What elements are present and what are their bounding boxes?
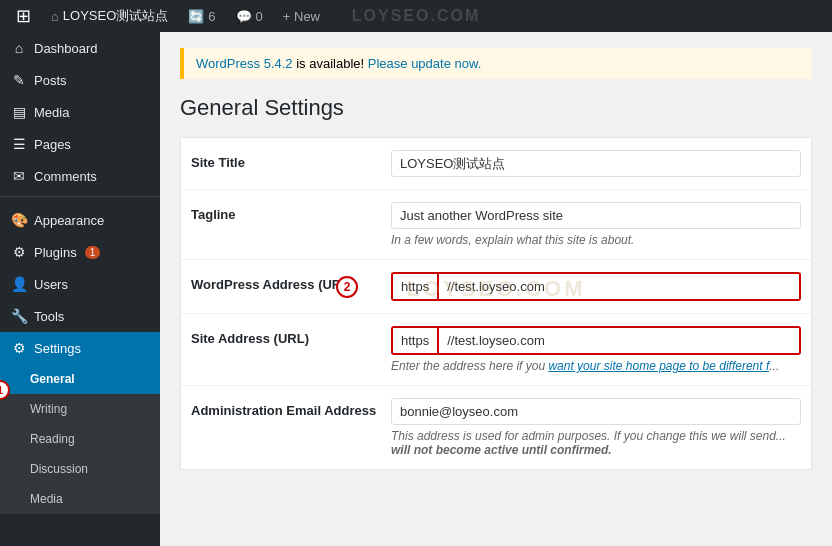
wp-url-wrapper: https — [391, 272, 801, 301]
site-title-field — [391, 150, 801, 177]
reading-label: Reading — [30, 432, 75, 446]
sidebar-item-settings[interactable]: ⚙ Settings — [0, 332, 160, 364]
update-now-link[interactable]: Please update now. — [368, 56, 481, 71]
settings-icon: ⚙ — [10, 340, 28, 356]
dashboard-icon: ⌂ — [10, 40, 28, 56]
site-url-input[interactable] — [439, 328, 799, 353]
update-notice-text: is available! — [296, 56, 368, 71]
sidebar-item-settings-label: Settings — [34, 341, 81, 356]
sidebar-item-appearance-label: Appearance — [34, 213, 104, 228]
media-settings-label: Media — [30, 492, 63, 506]
wp-logo-button[interactable]: ⊞ — [8, 0, 39, 32]
sidebar-item-media-settings[interactable]: Media — [0, 484, 160, 514]
posts-icon: ✎ — [10, 72, 28, 88]
site-address-row: Site Address (URL) https Enter the addre… — [181, 314, 811, 386]
sidebar-item-reading[interactable]: Reading — [0, 424, 160, 454]
tools-icon: 🔧 — [10, 308, 28, 324]
tagline-description: In a few words, explain what this site i… — [391, 233, 801, 247]
sidebar-item-discussion[interactable]: Discussion — [0, 454, 160, 484]
admin-email-row: Administration Email Address This addres… — [181, 386, 811, 469]
sidebar-item-posts[interactable]: ✎ Posts — [0, 64, 160, 96]
comments-count: 0 — [256, 9, 263, 24]
writing-label: Writing — [30, 402, 67, 416]
site-address-label: Site Address (URL) — [191, 326, 391, 346]
tagline-row: Tagline In a few words, explain what thi… — [181, 190, 811, 260]
media-icon: ▤ — [10, 104, 28, 120]
sidebar-item-tools-label: Tools — [34, 309, 64, 324]
sidebar-item-media-label: Media — [34, 105, 69, 120]
sidebar-item-writing[interactable]: Writing — [0, 394, 160, 424]
comments-icon: ✉ — [10, 168, 28, 184]
updates-count: 6 — [208, 9, 215, 24]
site-url-wrapper: https — [391, 326, 801, 355]
update-notice: WordPress 5.4.2 is available! Please upd… — [180, 48, 812, 79]
site-name-label: LOYSEO测试站点 — [63, 7, 168, 25]
sidebar-item-pages-label: Pages — [34, 137, 71, 152]
watermark-label: LOYSEO.COM — [352, 7, 480, 25]
new-content-button[interactable]: + New — [275, 0, 328, 32]
settings-form: Site Title Tagline In a few words, expla… — [180, 137, 812, 470]
site-name-button[interactable]: ⌂ LOYSEO测试站点 — [43, 0, 176, 32]
settings-submenu: General 1 Writing Reading Discussion Med… — [0, 364, 160, 514]
wp-url-scheme: https — [393, 274, 439, 299]
update-version-link[interactable]: WordPress 5.4.2 — [196, 56, 293, 71]
comments-button[interactable]: 💬 0 — [228, 0, 271, 32]
tagline-field: In a few words, explain what this site i… — [391, 202, 801, 247]
site-title-row: Site Title — [181, 138, 811, 190]
badge-2-label: 2 — [336, 276, 358, 298]
tagline-input[interactable] — [391, 202, 801, 229]
discussion-label: Discussion — [30, 462, 88, 476]
admin-email-input[interactable] — [391, 398, 801, 425]
sidebar-item-comments-label: Comments — [34, 169, 97, 184]
admin-email-description: This address is used for admin purposes.… — [391, 429, 801, 457]
updates-icon: 🔄 — [188, 9, 204, 24]
pages-icon: ☰ — [10, 136, 28, 152]
sidebar: ⌂ Dashboard ✎ Posts ▤ Media ☰ Pages ✉ Co… — [0, 32, 160, 546]
sidebar-item-posts-label: Posts — [34, 73, 67, 88]
site-address-link[interactable]: want your site home page to be different… — [548, 359, 769, 373]
admin-email-label: Administration Email Address — [191, 398, 391, 418]
wp-address-label: WordPress Address (URL) — [191, 272, 391, 292]
users-icon: 👤 — [10, 276, 28, 292]
site-address-field: https Enter the address here if you want… — [391, 326, 801, 373]
wp-logo-icon: ⊞ — [16, 5, 31, 27]
general-label: General — [30, 372, 75, 386]
site-address-description: Enter the address here if you want your … — [391, 359, 801, 373]
sidebar-item-users[interactable]: 👤 Users — [0, 268, 160, 300]
admin-email-note: will not become active until confirmed. — [391, 443, 612, 457]
sidebar-item-users-label: Users — [34, 277, 68, 292]
admin-bar: ⊞ ⌂ LOYSEO测试站点 🔄 6 💬 0 + New LOYSEO.COM — [0, 0, 832, 32]
admin-email-field: This address is used for admin purposes.… — [391, 398, 801, 457]
wp-address-row: WordPress Address (URL) https 2 — [181, 260, 811, 314]
site-url-scheme: https — [393, 328, 439, 353]
sidebar-item-pages[interactable]: ☰ Pages — [0, 128, 160, 160]
comments-icon: 💬 — [236, 9, 252, 24]
wp-address-field: https 2 — [391, 272, 801, 301]
new-content-label: + New — [283, 9, 320, 24]
home-icon: ⌂ — [51, 9, 59, 24]
main-content: LOYSEO.COM WordPress 5.4.2 is available!… — [160, 32, 832, 546]
sidebar-item-general[interactable]: General 1 — [0, 364, 160, 394]
page-title: General Settings — [180, 95, 812, 121]
sidebar-item-plugins[interactable]: ⚙ Plugins 1 — [0, 236, 160, 268]
site-title-label: Site Title — [191, 150, 391, 170]
tagline-label: Tagline — [191, 202, 391, 222]
updates-button[interactable]: 🔄 6 — [180, 0, 223, 32]
main-layout: ⌂ Dashboard ✎ Posts ▤ Media ☰ Pages ✉ Co… — [0, 32, 832, 546]
sidebar-item-plugins-label: Plugins — [34, 245, 77, 260]
sidebar-item-appearance[interactable]: 🎨 Appearance — [0, 204, 160, 236]
wp-url-input[interactable] — [439, 274, 799, 299]
plugins-icon: ⚙ — [10, 244, 28, 260]
sidebar-item-media[interactable]: ▤ Media — [0, 96, 160, 128]
site-title-input[interactable] — [391, 150, 801, 177]
appearance-icon: 🎨 — [10, 212, 28, 228]
sidebar-item-comments[interactable]: ✉ Comments — [0, 160, 160, 192]
plugins-badge: 1 — [85, 246, 101, 259]
sidebar-item-dashboard[interactable]: ⌂ Dashboard — [0, 32, 160, 64]
sidebar-item-dashboard-label: Dashboard — [34, 41, 98, 56]
sidebar-item-tools[interactable]: 🔧 Tools — [0, 300, 160, 332]
